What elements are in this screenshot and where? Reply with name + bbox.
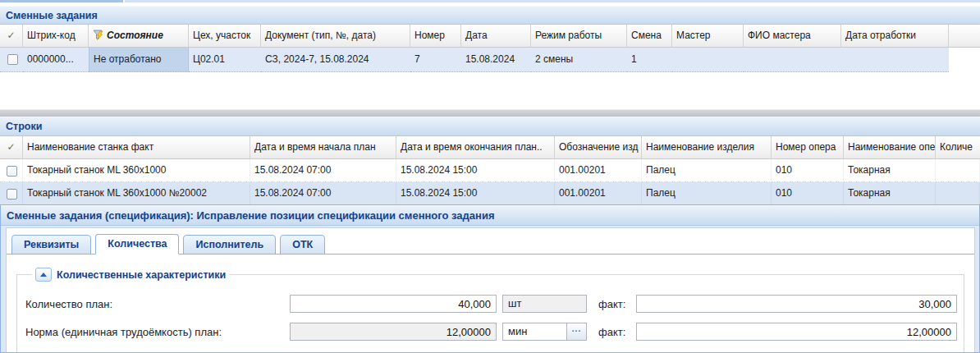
column-header-master-name[interactable]: ФИО мастера <box>744 25 841 48</box>
norm-plan-label: Норма (единичная трудоёмкость) план: <box>25 326 290 338</box>
shift-tasks-grid-header: ✓ Штрих-код Состояние Цех, участок Докум… <box>0 25 980 48</box>
cell-product-code: 001.00201 <box>555 182 642 205</box>
cell-product-name: Палец <box>642 182 772 205</box>
column-header-document[interactable]: Документ (тип, №, дата) <box>261 25 410 48</box>
collapse-arrow-icon <box>40 273 47 277</box>
column-header-op-name[interactable]: Наименование опе <box>844 136 936 159</box>
cell-op-name: Токарная <box>844 182 936 205</box>
column-header-master[interactable]: Мастер <box>672 25 744 48</box>
filter-lightning-icon <box>93 30 104 40</box>
row-check-cell <box>0 48 23 72</box>
quantity-legend-label: Количественные характеристики <box>57 269 226 281</box>
column-header-workshop[interactable]: Цех, участок <box>189 25 261 48</box>
column-header-start[interactable]: Дата и время начала план <box>250 136 396 159</box>
cell-date: 15.08.2024 <box>461 48 531 72</box>
column-header-state-label: Состояние <box>107 30 163 41</box>
collapse-section-button[interactable] <box>35 268 52 282</box>
top-tab-strip-remnant <box>0 0 980 6</box>
cell-end: 15.08.2024 15:00 <box>396 159 555 182</box>
tab-kolichestva[interactable]: Количества <box>95 234 179 254</box>
cell-state: Не отработано <box>89 48 189 72</box>
cell-filler <box>949 48 980 72</box>
row-checkbox[interactable] <box>7 166 17 176</box>
unit-picker-button[interactable]: ... <box>566 323 586 340</box>
top-strip-band <box>0 0 980 2</box>
cell-start: 15.08.2024 07:00 <box>250 182 396 205</box>
cell-op-number: 010 <box>772 159 844 182</box>
quantity-characteristics-fieldset: Количественные характеристики Количество… <box>16 268 964 352</box>
shift-tasks-panel-title: Сменные задания <box>6 10 98 21</box>
row-check-cell <box>0 182 23 205</box>
column-header-op-number[interactable]: Номер опера <box>772 136 844 159</box>
spec-editor-title: Сменные задания (спецификация): Исправле… <box>7 209 495 222</box>
column-header-product-name[interactable]: Наименование изделия <box>642 136 772 159</box>
editor-tabbar: Реквизиты Количества Исполнитель ОТК <box>7 228 974 254</box>
rows-panel: Строки ✓ Наименование станка факт Дата и… <box>0 116 980 205</box>
column-header-filler <box>949 25 980 48</box>
quantity-fact-input[interactable] <box>636 295 957 313</box>
row-check-cell <box>0 159 23 182</box>
norm-unit-value: мин <box>503 323 566 340</box>
cell-machine: Токарный станок ML 360x1000 <box>23 159 250 182</box>
tab-otk[interactable]: ОТК <box>280 235 325 254</box>
rows-panel-title: Строки <box>6 121 42 132</box>
column-header-product-code[interactable]: Обозначение изд <box>555 136 642 159</box>
column-header-number[interactable]: Номер <box>410 25 461 48</box>
app-window: Сменные задания ✓ Штрих-код Состояние Це… <box>0 0 980 353</box>
norm-unit-field[interactable]: мин ... <box>502 323 587 341</box>
spec-editor-body: Реквизиты Количества Исполнитель ОТК Кол… <box>6 227 975 352</box>
column-header-date[interactable]: Дата <box>461 25 531 48</box>
quantity-unit-field[interactable]: шт <box>502 295 587 313</box>
column-header-shift[interactable]: Смена <box>627 25 672 48</box>
spec-row-selected[interactable]: Токарный станок ML 360x1000 №20002 15.08… <box>0 182 980 205</box>
quantity-plan-input[interactable] <box>290 295 497 313</box>
column-header-state[interactable]: Состояние <box>89 25 189 48</box>
cell-op-name: Токарная <box>844 159 936 182</box>
cell-qty <box>936 182 980 205</box>
row-checkbox[interactable] <box>7 54 18 65</box>
field-row-quantity: Количество план: шт факт: <box>25 295 959 313</box>
rows-panel-header: Строки <box>0 117 980 136</box>
tab-content-kolichestva: Количественные характеристики Количество… <box>7 268 974 352</box>
top-strip-segment-left <box>0 0 125 2</box>
shift-tasks-panel: Сменные задания ✓ Штрих-код Состояние Це… <box>0 6 980 72</box>
cell-product-name: Палец <box>642 159 772 182</box>
cell-work-date <box>841 48 949 72</box>
norm-fact-input[interactable] <box>636 323 957 341</box>
cell-mode: 2 смены <box>531 48 627 72</box>
rows-grid-header: ✓ Наименование станка факт Дата и время … <box>0 136 980 159</box>
cell-master-name <box>744 48 841 72</box>
column-header-qty[interactable]: Количе <box>936 136 980 159</box>
column-header-machine[interactable]: Наименование станка факт <box>23 136 250 159</box>
column-header-check[interactable]: ✓ <box>0 25 23 48</box>
column-header-check[interactable]: ✓ <box>0 136 23 159</box>
quantity-fact-label: факт: <box>598 298 636 310</box>
check-icon: ✓ <box>7 30 15 41</box>
cell-machine: Токарный станок ML 360x1000 №20002 <box>23 182 250 205</box>
norm-plan-input[interactable] <box>290 323 497 341</box>
shift-tasks-panel-header: Сменные задания <box>0 6 980 25</box>
cell-end: 15.08.2024 15:00 <box>396 182 555 205</box>
spec-row[interactable]: Токарный станок ML 360x1000 15.08.2024 0… <box>0 159 980 182</box>
quantity-fieldset-legend: Количественные характеристики <box>32 268 229 282</box>
cell-op-number: 010 <box>772 182 844 205</box>
horizontal-splitter[interactable] <box>0 109 980 116</box>
row-checkbox[interactable] <box>7 189 17 199</box>
cell-document: СЗ, 2024-7, 15.08.2024 <box>261 48 410 72</box>
column-header-work-date[interactable]: Дата отработки <box>841 25 949 48</box>
tab-ispolnitel[interactable]: Исполнитель <box>183 235 276 254</box>
field-row-norm: Норма (единичная трудоёмкость) план: мин… <box>25 323 959 341</box>
cell-number: 7 <box>410 48 461 72</box>
shift-task-row[interactable]: 0000000... Не отработано Ц02.01 СЗ, 2024… <box>0 48 980 72</box>
top-strip-segment-right <box>125 0 980 2</box>
column-header-barcode[interactable]: Штрих-код <box>23 25 89 48</box>
cell-qty <box>936 159 980 182</box>
quantity-unit-value: шт <box>503 296 586 312</box>
column-header-mode[interactable]: Режим работы <box>531 25 627 48</box>
cell-product-code: 001.00201 <box>555 159 642 182</box>
tab-rekvizity[interactable]: Реквизиты <box>11 235 91 254</box>
column-header-end[interactable]: Дата и время окончания план.. <box>396 136 555 159</box>
quantity-plan-label: Количество план: <box>25 298 290 310</box>
cell-master <box>672 48 744 72</box>
spec-editor-panel: Сменные задания (спецификация): Исправле… <box>0 204 980 353</box>
